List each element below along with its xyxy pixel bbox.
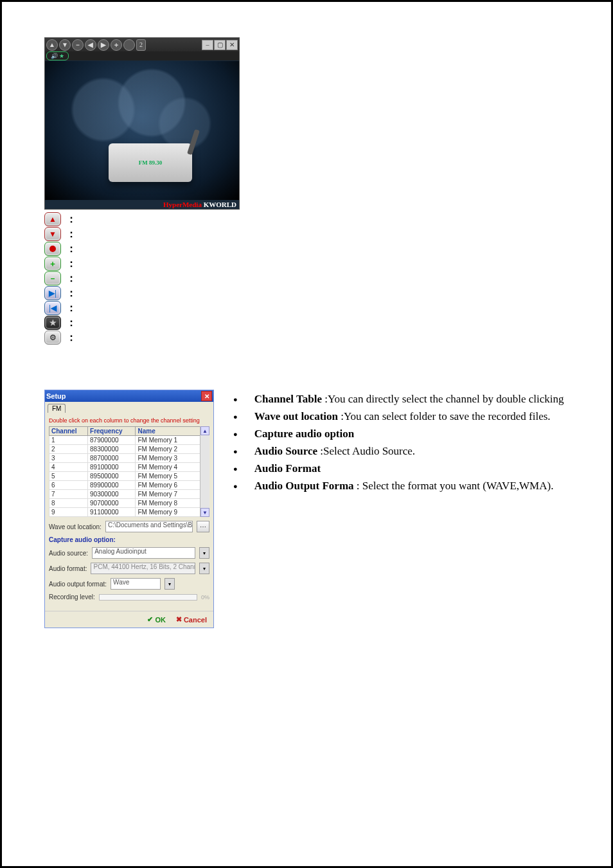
audio-format-field: PCM, 44100 Hertz, 16 Bits, 2 Channels <box>91 563 195 574</box>
scroll-up-icon[interactable]: ▲ <box>200 426 209 435</box>
table-cell[interactable]: FM Memory 1 <box>136 436 209 445</box>
table-cell[interactable]: FM Memory 5 <box>136 472 209 481</box>
recording-level-label: Recording level: <box>49 593 95 601</box>
scan-down-icon[interactable]: ▼ <box>44 227 61 241</box>
audio-source-field[interactable]: Analog Audioinput <box>92 547 195 559</box>
cancel-button[interactable]: ✖ Cancel <box>176 615 207 624</box>
radio-frequency-label: FM 89.30 <box>139 159 163 166</box>
setup-close-button[interactable]: ✕ <box>201 391 212 401</box>
table-cell[interactable]: 5 <box>49 472 88 481</box>
scan-down-icon[interactable]: ▼ <box>59 39 71 51</box>
audio-output-field[interactable]: Wave <box>111 578 161 590</box>
add-icon[interactable]: ＋ <box>111 39 122 51</box>
table-cell[interactable]: 88700000 <box>88 454 136 463</box>
table-cell[interactable]: FM Memory 8 <box>136 499 209 508</box>
close-icon[interactable]: ✕ <box>226 40 238 50</box>
col-name[interactable]: Name <box>136 427 209 436</box>
browse-button[interactable]: ⋯ <box>197 521 209 532</box>
table-row[interactable]: 388700000FM Memory 3 <box>49 454 209 463</box>
ok-button[interactable]: ✔ OK <box>147 615 166 624</box>
audio-source-label: Audio source: <box>49 550 88 557</box>
prev-icon[interactable]: ◀ <box>85 39 96 51</box>
icon-legend-row: －： <box>44 271 585 285</box>
table-cell[interactable]: 2 <box>49 445 88 454</box>
table-cell[interactable]: 6 <box>49 481 88 490</box>
table-row[interactable]: 489100000FM Memory 4 <box>49 463 209 472</box>
table-cell[interactable]: FM Memory 7 <box>136 490 209 499</box>
colon-separator: ： <box>66 213 76 226</box>
bullet-title: Audio Format <box>254 462 321 475</box>
audio-output-label: Audio output format: <box>49 581 107 588</box>
table-cell[interactable]: 4 <box>49 463 88 472</box>
channel-table[interactable]: Channel Frequency Name 187900000FM Memor… <box>49 426 209 517</box>
colon-separator: ： <box>66 287 76 300</box>
add-channel-icon[interactable]: ＋ <box>44 257 61 271</box>
prev-channel-icon[interactable]: |◀ <box>44 301 61 315</box>
bullet-title: Channel Table <box>254 393 322 405</box>
bullet-title: Audio Output Forma <box>254 480 354 492</box>
col-channel[interactable]: Channel <box>49 427 88 436</box>
bullet-text: :You can select folder to save the recor… <box>338 410 551 422</box>
icon-legend-row: ＋： <box>44 257 585 271</box>
audio-source-dropdown-icon[interactable]: ▾ <box>199 547 209 559</box>
table-cell[interactable]: 89900000 <box>88 481 136 490</box>
table-cell[interactable]: 1 <box>49 436 88 445</box>
table-cell[interactable]: 88300000 <box>88 445 136 454</box>
table-cell[interactable]: 3 <box>49 454 88 463</box>
audio-format-label: Audio format: <box>49 565 87 572</box>
scan-up-icon[interactable]: ▲ <box>44 212 61 226</box>
table-scrollbar[interactable]: ▲ ▼ <box>200 426 209 517</box>
table-row[interactable]: 288300000FM Memory 2 <box>49 445 209 454</box>
wave-out-field[interactable]: C:\Documents and Settings\BA-8949\My Doc… <box>105 521 193 532</box>
brand-kworld: KWORLD <box>202 201 236 208</box>
table-cell[interactable]: 8 <box>49 499 88 508</box>
fm-player-window: ▲ ▼ － ◀ ▶ ＋ 2 – ▢ ✕ 🔊 ★ FM 89.30 <box>44 37 240 210</box>
maximize-icon[interactable]: ▢ <box>214 40 226 50</box>
table-row[interactable]: 187900000FM Memory 1 <box>49 436 209 445</box>
icon-legend-row: ▶|： <box>44 286 585 300</box>
table-cell[interactable]: 90700000 <box>88 499 136 508</box>
next-channel-icon[interactable]: ▶| <box>44 286 61 300</box>
table-row[interactable]: 890700000FM Memory 8 <box>49 499 209 508</box>
remove-icon[interactable]: － <box>72 39 84 51</box>
table-row[interactable]: 589500000FM Memory 5 <box>49 472 209 481</box>
scroll-down-icon[interactable]: ▼ <box>200 508 209 517</box>
bullet-text: : Select the format you want (WAVE,WMA). <box>354 480 554 492</box>
capture-section-label: Capture audio option: <box>49 536 116 543</box>
table-cell[interactable]: FM Memory 4 <box>136 463 209 472</box>
table-row[interactable]: 991100000FM Memory 9 <box>49 508 209 517</box>
visualizer-area: FM 89.30 <box>45 61 239 200</box>
table-cell[interactable]: 91100000 <box>88 508 136 517</box>
table-cell[interactable]: FM Memory 9 <box>136 508 209 517</box>
footer-brand: HyperMedia KWORLD <box>161 200 239 209</box>
table-cell[interactable]: 7 <box>49 490 88 499</box>
table-cell[interactable]: 9 <box>49 508 88 517</box>
settings-icon[interactable]: ⚙ <box>44 330 61 345</box>
colon-separator: ： <box>66 316 76 330</box>
favorite-icon[interactable]: ★ <box>44 316 61 330</box>
minimize-icon[interactable]: – <box>202 40 213 50</box>
next-icon[interactable]: ▶ <box>98 39 109 51</box>
record-icon[interactable] <box>44 242 61 256</box>
list-item: Audio Output Forma : Select the format y… <box>233 479 564 494</box>
audio-favorite-pill[interactable]: 🔊 ★ <box>46 51 69 60</box>
table-row[interactable]: 790300000FM Memory 7 <box>49 490 209 499</box>
table-cell[interactable]: 90300000 <box>88 490 136 499</box>
audio-output-dropdown-icon[interactable]: ▾ <box>164 578 175 590</box>
remove-channel-icon[interactable]: － <box>44 271 61 285</box>
list-item: Channel Table :You can directly select t… <box>233 392 564 407</box>
table-cell[interactable]: FM Memory 6 <box>136 481 209 490</box>
table-cell[interactable]: 89500000 <box>88 472 136 481</box>
audio-format-dropdown-icon[interactable]: ▾ <box>199 563 209 574</box>
table-cell[interactable]: FM Memory 2 <box>136 445 209 454</box>
record-icon[interactable] <box>123 39 135 51</box>
table-cell[interactable]: 89100000 <box>88 463 136 472</box>
table-cell[interactable]: FM Memory 3 <box>136 454 209 463</box>
bullet-text: :Select Audio Source. <box>317 445 415 457</box>
recording-level-value: 0% <box>201 594 209 601</box>
table-row[interactable]: 689900000FM Memory 6 <box>49 481 209 490</box>
scan-up-icon[interactable]: ▲ <box>46 39 58 51</box>
col-frequency[interactable]: Frequency <box>88 427 136 436</box>
tab-fm[interactable]: FM <box>48 404 66 413</box>
table-cell[interactable]: 87900000 <box>88 436 136 445</box>
